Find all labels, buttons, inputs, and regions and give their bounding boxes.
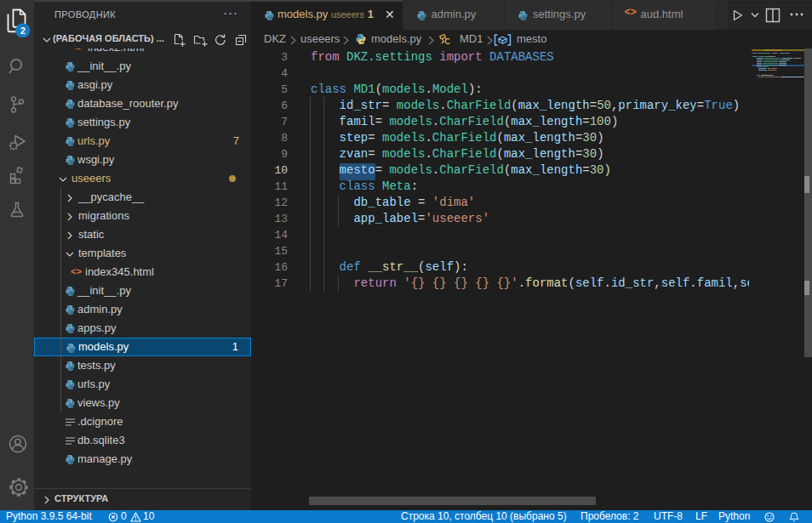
svg-text:2: 2: [20, 26, 26, 36]
